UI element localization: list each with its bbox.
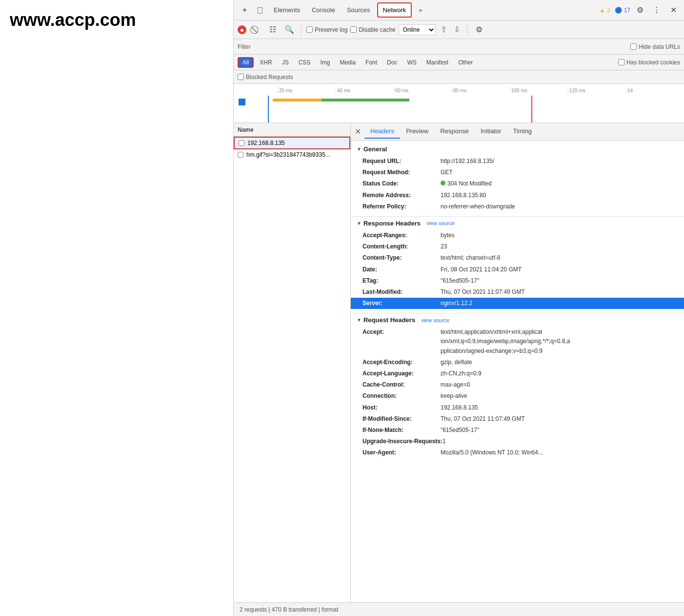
network-toolbar: ● ⃠ ☷ 🔍 Preserve log Disable cache Onlin…: [234, 21, 684, 39]
type-btn-font[interactable]: Font: [362, 58, 381, 67]
last-modified-row: Last-Modified: Thu, 07 Oct 2021 11:07:49…: [351, 287, 684, 298]
response-headers-view-source[interactable]: view source: [426, 220, 455, 226]
cache-control-row: Cache-Control: max-age=0: [351, 379, 684, 390]
status-code-key: Status Code:: [362, 179, 441, 188]
request-method-val: GET: [441, 168, 676, 177]
hide-data-urls-checkbox[interactable]: [630, 43, 637, 50]
tick-40ms: 40 ms: [336, 86, 394, 93]
detail-content: ▼ General Request URL: http://192.168.8.…: [351, 141, 684, 602]
disable-cache-label[interactable]: Disable cache: [350, 26, 395, 33]
connection-row: Connection: keep-alive: [351, 390, 684, 402]
network-settings-icon[interactable]: ⚙: [472, 23, 486, 37]
tab-more[interactable]: »: [414, 3, 427, 17]
user-agent-key: User-Agent:: [362, 448, 441, 457]
file-item-0[interactable]: 192.168.8.135: [234, 137, 350, 149]
detail-tab-preview[interactable]: Preview: [400, 124, 434, 139]
type-btn-doc[interactable]: Doc: [383, 58, 401, 67]
details-panel: ✕ Headers Preview Response Initiator Tim…: [351, 123, 684, 602]
request-headers-view-source[interactable]: view source: [421, 317, 449, 323]
throttle-select[interactable]: Online Fast 3G Slow 3G Offline: [399, 24, 436, 35]
type-btn-css[interactable]: CSS: [295, 58, 315, 67]
hide-data-urls-label[interactable]: Hide data URLs: [630, 43, 680, 50]
tab-sources[interactable]: Sources: [342, 3, 375, 17]
response-headers-toggle[interactable]: ▼ Response Headers view source: [351, 219, 684, 230]
clear-button[interactable]: ⃠: [249, 23, 263, 37]
upload-icon[interactable]: ⇧: [439, 24, 449, 35]
content-area: Name 192.168.8.135 hm.gif?si=3b231847743…: [234, 123, 684, 602]
settings-icon[interactable]: ⚙: [633, 3, 647, 17]
file-item-1-checkbox[interactable]: [238, 152, 243, 158]
referrer-policy-row: Referrer Policy: no-referrer-when-downgr…: [351, 201, 684, 212]
file-item-0-checkbox[interactable]: [239, 140, 244, 146]
record-button[interactable]: ●: [238, 25, 246, 34]
request-headers-toggle[interactable]: ▼ Request Headers view source: [351, 315, 684, 327]
type-btn-media[interactable]: Media: [336, 58, 360, 67]
detail-tabs: ✕ Headers Preview Response Initiator Tim…: [351, 123, 684, 141]
type-btn-other[interactable]: Other: [454, 58, 477, 67]
filter-icon[interactable]: ☷: [266, 23, 280, 37]
accept-ranges-val: bytes: [441, 231, 676, 240]
close-detail-button[interactable]: ✕: [351, 125, 364, 139]
disable-cache-text: Disable cache: [359, 26, 395, 33]
more-options-icon[interactable]: ⋮: [650, 3, 664, 17]
file-list-header: Name: [234, 123, 350, 137]
accept-key: Accept:: [362, 328, 441, 356]
preserve-log-label[interactable]: Preserve log: [306, 26, 347, 33]
blocked-requests-text: Blocked Requests: [246, 74, 293, 81]
search-icon[interactable]: 🔍: [282, 23, 296, 37]
content-length-val: 23: [441, 242, 676, 251]
disable-cache-checkbox[interactable]: [350, 26, 357, 33]
file-list-items: 192.168.8.135 hm.gif?si=3b231847743b9335…: [234, 137, 350, 602]
upgrade-insecure-row: Upgrade-Insecure-Requests: 1: [351, 436, 684, 447]
type-btn-all[interactable]: All: [238, 57, 254, 68]
tick-20ms: 20 ms: [278, 86, 336, 93]
request-headers-title: Request Headers: [363, 316, 415, 324]
type-btn-js[interactable]: JS: [278, 58, 293, 67]
tab-network[interactable]: Network: [377, 2, 412, 18]
has-blocked-label[interactable]: Has blocked cookies: [618, 59, 680, 66]
cache-control-key: Cache-Control:: [362, 380, 441, 390]
devtools-panel: ⌖ ⎕ Elements Console Sources Network » ▲…: [233, 0, 684, 616]
timeline-bars: [239, 98, 684, 122]
blocked-requests-label[interactable]: Blocked Requests: [238, 74, 293, 81]
tick-80ms: 80 ms: [452, 86, 510, 93]
tab-console[interactable]: Console: [307, 3, 340, 17]
device-toggle-icon[interactable]: ⎕: [253, 3, 267, 17]
server-row: Server: nginx/1.12.2: [351, 298, 684, 309]
upgrade-insecure-val: 1: [443, 437, 676, 446]
type-btn-xhr[interactable]: XHR: [256, 58, 276, 67]
referrer-policy-val: no-referrer-when-downgrade: [441, 202, 676, 211]
content-type-row: Content-Type: text/html; charset=utf-8: [351, 252, 684, 264]
date-key: Date:: [362, 265, 441, 274]
if-modified-since-val: Thu, 07 Oct 2021 11:07:49 GMT: [441, 414, 676, 424]
has-blocked-checkbox[interactable]: [618, 59, 624, 65]
blocked-requests-checkbox[interactable]: [238, 74, 244, 80]
detail-tab-response[interactable]: Response: [434, 124, 475, 139]
if-modified-since-key: If-Modified-Since:: [362, 414, 441, 424]
host-row: Host: 192.168.8.135: [351, 402, 684, 413]
type-btn-manifest[interactable]: Manifest: [422, 58, 452, 67]
toolbar-separator-1: [301, 25, 302, 35]
type-btn-ws[interactable]: WS: [403, 58, 420, 67]
close-devtools-button[interactable]: ✕: [666, 3, 680, 17]
timeline-bar-row1: [273, 99, 409, 102]
request-url-val: http://192.168.8.135/: [441, 157, 676, 166]
host-key: Host:: [362, 403, 441, 412]
timeline-area: 20 ms 40 ms 60 ms 80 ms 100 ms 120 ms 14: [234, 84, 684, 123]
preserve-log-checkbox[interactable]: [306, 26, 313, 33]
response-headers-section: ▼ Response Headers view source Accept-Ra…: [351, 216, 684, 309]
content-length-key: Content-Length:: [362, 242, 441, 251]
file-item-1[interactable]: hm.gif?si=3b231847743b9335...: [234, 149, 350, 160]
tab-elements[interactable]: Elements: [269, 3, 305, 17]
detail-tab-initiator[interactable]: Initiator: [475, 124, 507, 139]
timeline-vertical-red: [531, 96, 532, 123]
detail-tab-timing[interactable]: Timing: [507, 124, 538, 139]
inspect-icon[interactable]: ⌖: [238, 3, 251, 17]
status-bar-text: 2 requests | 470 B transferred | format: [240, 606, 338, 613]
type-btn-img[interactable]: Img: [316, 58, 334, 67]
last-modified-key: Last-Modified:: [362, 287, 441, 297]
download-icon[interactable]: ⇩: [452, 24, 462, 35]
status-bar: 2 requests | 470 B transferred | format: [234, 602, 684, 616]
general-section-toggle[interactable]: ▼ General: [351, 144, 684, 156]
detail-tab-headers[interactable]: Headers: [364, 124, 400, 139]
